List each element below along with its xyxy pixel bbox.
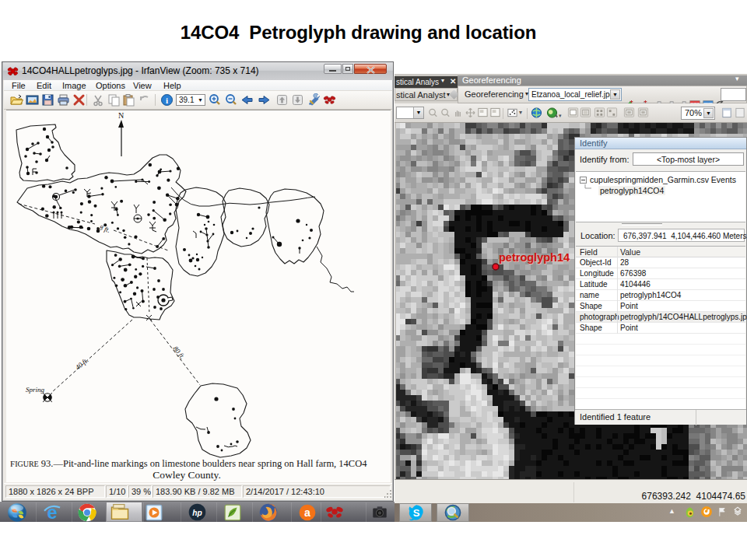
svg-text:80 ft.: 80 ft. [171, 345, 186, 361]
svg-text:hp: hp [192, 509, 202, 517]
svg-text:Spring: Spring [26, 386, 45, 394]
svg-text:N: N [118, 111, 124, 120]
svg-text:40 ft.: 40 ft. [74, 356, 90, 372]
svg-text:i: i [166, 96, 168, 105]
svg-text:S: S [413, 507, 420, 519]
svg-text:a: a [304, 506, 310, 519]
svg-text:e: e [47, 502, 57, 523]
